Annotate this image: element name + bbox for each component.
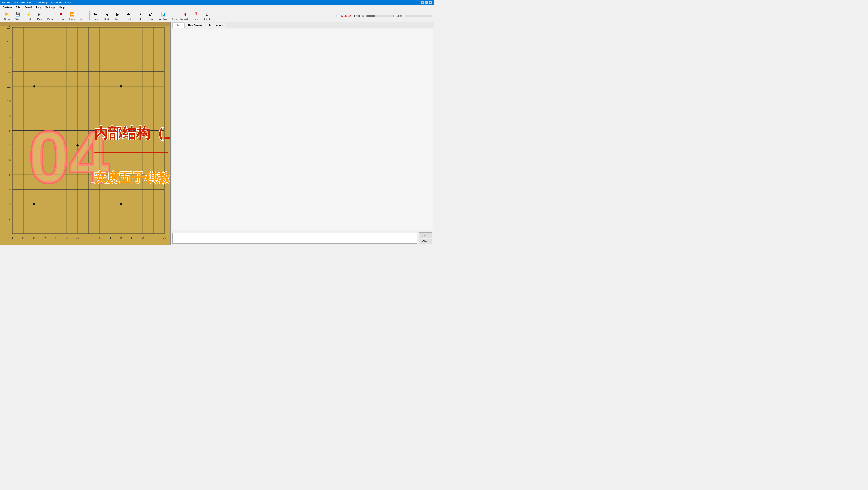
back-button[interactable]: ◀ Back (102, 11, 112, 21)
first-label: First (94, 18, 98, 21)
separator-1 (89, 11, 90, 21)
about-label: About (204, 18, 210, 21)
about-icon: ℹ (204, 11, 210, 18)
toolbar: 📂 Open 💾 Save ⚡ Fast ▶ Play ⏸ Pause ⏹ St… (0, 10, 434, 22)
send-button[interactable]: Send (418, 232, 432, 238)
minimize-button[interactable]: ─ (421, 1, 424, 4)
timed-button[interactable]: ⏱ Timed (78, 11, 88, 21)
clear-button[interactable]: 🗑 Clear (146, 11, 155, 21)
menu-file[interactable]: File (14, 5, 22, 9)
stop-button[interactable]: ⏹ Stop (56, 11, 66, 21)
stop-label: Stop (59, 18, 64, 21)
menu-settings[interactable]: Settings (43, 5, 57, 9)
tab-tournament[interactable]: Tournament (206, 23, 226, 28)
board-canvas[interactable] (0, 22, 170, 245)
chat-tabs: Chat Play Games Tournament (170, 22, 434, 28)
progress-label: Progres (354, 14, 364, 18)
goto-icon: ↗ (136, 11, 143, 18)
forbidden-button[interactable]: ✱ Forbidden (180, 11, 190, 21)
goto-label: GoTo (137, 18, 142, 21)
clear-icon: 🗑 (147, 11, 154, 18)
speed-label: Slow (396, 14, 402, 18)
pause-button[interactable]: ⏸ Pause (45, 11, 55, 21)
save-button[interactable]: 💾 Save (13, 11, 23, 21)
chat-buttons: Send Clear (418, 232, 432, 244)
analyze-icon: 📊 (160, 11, 166, 18)
save-label: Save (15, 18, 21, 21)
show-label: Show (171, 18, 177, 21)
rewind-button[interactable]: ⏪ Rewind (67, 11, 77, 21)
goto-button[interactable]: ↗ GoTo (134, 11, 145, 21)
maximize-button[interactable]: □ (425, 1, 428, 4)
play-icon: ▶ (36, 11, 43, 18)
analyze-button[interactable]: 📊 Analyze (158, 11, 168, 21)
clear-chat-button[interactable]: Clear (418, 239, 432, 244)
first-icon: ⏮ (93, 11, 99, 18)
time-display: 🕐 13:31:14 (336, 14, 351, 18)
pause-label: Pause (47, 18, 54, 21)
back-label: Back (104, 18, 110, 21)
first-button[interactable]: ⏮ First (91, 11, 101, 21)
chat-input[interactable] (173, 233, 417, 244)
forbidden-icon: ✱ (182, 11, 188, 18)
tab-chat[interactable]: Chat (173, 23, 184, 28)
chat-input-area: Send Clear (170, 231, 434, 245)
pause-icon: ⏸ (47, 11, 54, 18)
back-icon: ◀ (104, 11, 110, 18)
fast-label: Fast (26, 18, 31, 21)
menu-system[interactable]: System (1, 5, 13, 9)
menu-board[interactable]: Board (23, 5, 33, 9)
progress-fill (367, 15, 375, 17)
rewind-label: Rewind (68, 18, 76, 21)
stop-icon: ⏹ (58, 11, 64, 18)
open-button[interactable]: 📂 Open (2, 11, 12, 21)
open-icon: 📂 (4, 11, 10, 18)
titlebar-controls: ─ □ ✕ (421, 1, 432, 4)
statusbar-top: 🕐 13:31:14 Progres Slow (336, 14, 432, 18)
last-label: Last (127, 18, 131, 21)
close-button[interactable]: ✕ (429, 1, 432, 4)
about-button[interactable]: ℹ About (202, 11, 212, 21)
next-button[interactable]: ▶ Next (113, 11, 123, 21)
clock-icon: 🕐 (336, 14, 340, 18)
rewind-icon: ⏪ (69, 11, 75, 18)
right-panel: Chat Play Games Tournament Send Clear (170, 22, 434, 245)
forbidden-label: Forbidden (180, 18, 190, 21)
open-label: Open (4, 18, 9, 21)
chat-content (172, 29, 433, 230)
time-value: 13:31:14 (341, 14, 351, 18)
menubar: System File Board Play Settings Help (0, 5, 434, 10)
board-area (0, 22, 170, 245)
clear-label: Clear (148, 18, 153, 21)
analyze-label: Analyze (159, 18, 167, 21)
play-button[interactable]: ▶ Play (34, 11, 44, 21)
menu-help[interactable]: Help (57, 5, 66, 9)
titlebar: 20030227 Inner Structures - Online Renju… (0, 0, 434, 5)
last-icon: ⏭ (125, 11, 132, 18)
show-icon: 👁 (171, 11, 178, 18)
main-content: Chat Play Games Tournament Send Clear (0, 22, 434, 245)
next-label: Next (116, 18, 120, 21)
help-label: Help (194, 18, 198, 21)
next-icon: ▶ (115, 11, 121, 18)
titlebar-title: 20030227 Inner Structures - Online Renju… (2, 1, 71, 4)
fast-button[interactable]: ⚡ Fast (24, 11, 34, 21)
progress-bar[interactable] (366, 14, 394, 17)
tab-play-games[interactable]: Play Games (184, 23, 205, 28)
timed-icon: ⏱ (80, 11, 86, 18)
last-button[interactable]: ⏭ Last (124, 11, 134, 21)
timed-label: Timed (80, 18, 86, 21)
speed-bar[interactable] (405, 14, 432, 17)
play-label: Play (37, 18, 41, 21)
help-button[interactable]: ❓ Help (191, 11, 201, 21)
fast-icon: ⚡ (25, 11, 32, 18)
separator-2 (157, 11, 157, 21)
help-icon: ❓ (193, 11, 199, 18)
show-button[interactable]: 👁 Show (169, 11, 179, 21)
save-icon: 💾 (14, 11, 21, 18)
menu-play[interactable]: Play (34, 5, 43, 9)
